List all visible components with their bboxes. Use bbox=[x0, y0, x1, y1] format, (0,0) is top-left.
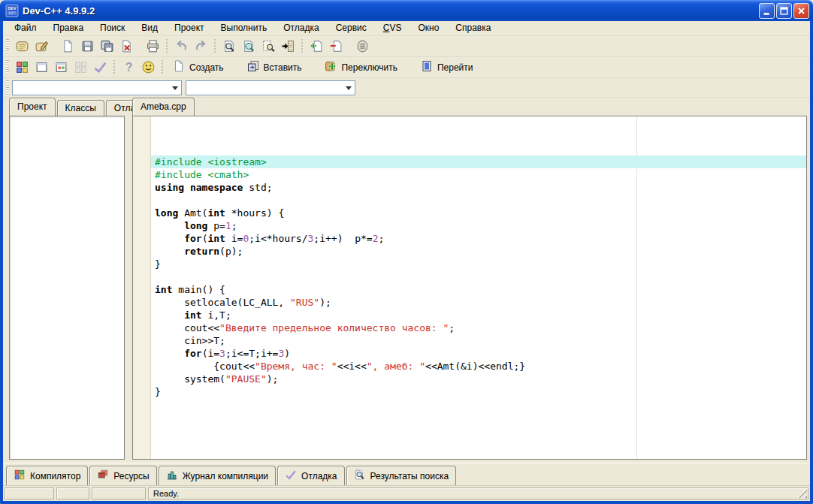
menu-edit[interactable]: Правка bbox=[47, 21, 91, 35]
editor-tabs: Ameba.cpp bbox=[132, 98, 807, 116]
tab-search-results[interactable]: Результаты поиска bbox=[346, 466, 457, 485]
toolbar-grip[interactable] bbox=[6, 80, 9, 95]
editor[interactable]: #include <iostream>#include <cmath>using… bbox=[132, 116, 807, 460]
goto-line-icon[interactable] bbox=[279, 38, 297, 56]
status-bar: Ready. bbox=[3, 485, 810, 501]
run-icon[interactable] bbox=[32, 59, 50, 77]
undo-icon[interactable] bbox=[172, 38, 190, 56]
project-panel: ПроектКлассыОтладка bbox=[9, 98, 125, 460]
menu-view[interactable]: Вид bbox=[134, 21, 165, 35]
toolbar-separator bbox=[301, 39, 303, 54]
print-icon[interactable] bbox=[144, 38, 162, 56]
tab-ameba-cpp[interactable]: Ameba.cpp bbox=[132, 98, 195, 116]
code-line: int i,T; bbox=[151, 309, 806, 321]
compile-icon[interactable] bbox=[13, 59, 31, 77]
about-icon[interactable] bbox=[139, 59, 157, 77]
remove-from-project-icon[interactable] bbox=[327, 38, 345, 56]
properties-icon[interactable] bbox=[353, 38, 371, 56]
tab-debug[interactable]: Отладка bbox=[277, 466, 344, 485]
code-line: #include <iostream> bbox=[151, 155, 806, 168]
menu-window[interactable]: Окно bbox=[411, 21, 446, 35]
menu-cvs[interactable]: CVS bbox=[376, 21, 409, 35]
tab-classes[interactable]: Классы bbox=[57, 100, 104, 116]
code-line: system("PAUSE"); bbox=[151, 373, 806, 385]
close-file-icon[interactable] bbox=[117, 38, 135, 56]
add-to-project-icon[interactable] bbox=[307, 38, 325, 56]
redo-icon[interactable] bbox=[192, 38, 210, 56]
code-line: return(p); bbox=[151, 245, 806, 258]
new-unit-button-label: Создать bbox=[189, 62, 224, 73]
tab-debug-label: Отладка bbox=[301, 471, 337, 481]
compile-run-icon[interactable] bbox=[52, 59, 70, 77]
goto-bookmark-button[interactable]: Перейти bbox=[415, 57, 479, 77]
goto-bookmark-button-label: Перейти bbox=[437, 62, 473, 73]
chevron-down-icon[interactable] bbox=[343, 81, 355, 95]
code-line: } bbox=[151, 385, 806, 398]
class-combo[interactable] bbox=[186, 80, 355, 95]
svg-text:DEV: DEV bbox=[8, 6, 17, 11]
find-in-files-icon[interactable] bbox=[240, 38, 258, 56]
menu-search[interactable]: Поиск bbox=[93, 21, 131, 35]
maximize-button[interactable] bbox=[776, 3, 792, 19]
insert-button[interactable]: Вставить bbox=[241, 57, 307, 77]
new-unit-button[interactable]: Создать bbox=[167, 57, 229, 77]
search-results-icon bbox=[354, 469, 366, 483]
menu-tools[interactable]: Сервис bbox=[329, 21, 373, 35]
open-project-icon[interactable] bbox=[32, 38, 50, 56]
editor-area: Ameba.cpp #include <iostream>#include <c… bbox=[132, 98, 810, 460]
help-icon[interactable]: ? bbox=[119, 59, 138, 77]
panel-splitter[interactable] bbox=[125, 98, 132, 460]
toolbar-grip[interactable] bbox=[6, 60, 9, 75]
tab-project[interactable]: Проект bbox=[9, 98, 56, 116]
code-line: using namespace std; bbox=[151, 181, 806, 194]
find-icon[interactable] bbox=[220, 38, 238, 56]
close-button[interactable] bbox=[793, 3, 809, 19]
save-all-icon[interactable] bbox=[98, 38, 116, 56]
tab-resources[interactable]: Ресурсы bbox=[89, 466, 156, 485]
toolbar-classbrowser bbox=[3, 78, 810, 98]
code-line bbox=[151, 194, 806, 207]
new-unit-icon bbox=[172, 59, 186, 75]
menu-bar: ФайлПравкаПоискВидПроектВыполнитьОтладка… bbox=[3, 21, 810, 36]
rebuild-icon[interactable] bbox=[71, 59, 89, 77]
syntax-check-icon[interactable] bbox=[91, 59, 109, 77]
editor-gutter bbox=[133, 116, 151, 459]
code-view[interactable]: #include <iostream>#include <cmath>using… bbox=[151, 116, 806, 459]
project-tree[interactable] bbox=[9, 116, 125, 460]
minimize-button[interactable] bbox=[759, 3, 775, 19]
new-project-icon[interactable] bbox=[13, 38, 31, 56]
new-source-icon[interactable] bbox=[59, 38, 77, 56]
tab-compiler[interactable]: Компилятор bbox=[6, 466, 88, 485]
replace-icon[interactable] bbox=[259, 38, 277, 56]
menu-execute[interactable]: Выполнить bbox=[214, 21, 274, 35]
svg-text:?: ? bbox=[125, 61, 132, 74]
toolbar-separator bbox=[162, 60, 163, 75]
tab-compile-log-label: Журнал компиляции bbox=[183, 471, 268, 481]
resources-icon bbox=[97, 469, 109, 483]
project-panel-tabs: ПроектКлассыОтладка bbox=[9, 98, 125, 116]
menu-help[interactable]: Справка bbox=[449, 21, 497, 35]
save-icon[interactable] bbox=[78, 38, 96, 56]
window-title: Dev-C++ 4.9.9.2 bbox=[23, 5, 757, 17]
menu-file[interactable]: Файл bbox=[8, 21, 44, 35]
chevron-down-icon[interactable] bbox=[169, 81, 181, 95]
toolbar-separator bbox=[166, 39, 168, 54]
tab-compile-log[interactable]: Журнал компиляции bbox=[159, 466, 276, 485]
menu-project[interactable]: Проект bbox=[168, 21, 211, 35]
toolbar-grip[interactable] bbox=[6, 39, 9, 54]
compile-log-icon bbox=[166, 469, 178, 483]
tab-compiler-label: Компилятор bbox=[30, 471, 80, 481]
insert-button-label: Вставить bbox=[264, 62, 302, 73]
code-line: cout<<"Введите предельное количество час… bbox=[151, 321, 806, 334]
devcpp-window: DEV Dev-C++ 4.9.9.2 ФайлПравкаПоискВидПр… bbox=[0, 0, 813, 504]
status-message: Ready. bbox=[148, 487, 808, 499]
toggle-bookmark-button[interactable]: Переключить bbox=[319, 57, 402, 77]
compiler-icon bbox=[14, 469, 26, 483]
toggle-bookmark-icon bbox=[324, 59, 337, 75]
menu-debug[interactable]: Отладка bbox=[277, 21, 325, 35]
compiler-combo[interactable] bbox=[12, 80, 182, 95]
code-line: cin>>T; bbox=[151, 334, 806, 347]
insert-icon bbox=[246, 59, 260, 75]
code-line: } bbox=[151, 258, 806, 270]
title-bar[interactable]: DEV Dev-C++ 4.9.9.2 bbox=[0, 0, 813, 21]
